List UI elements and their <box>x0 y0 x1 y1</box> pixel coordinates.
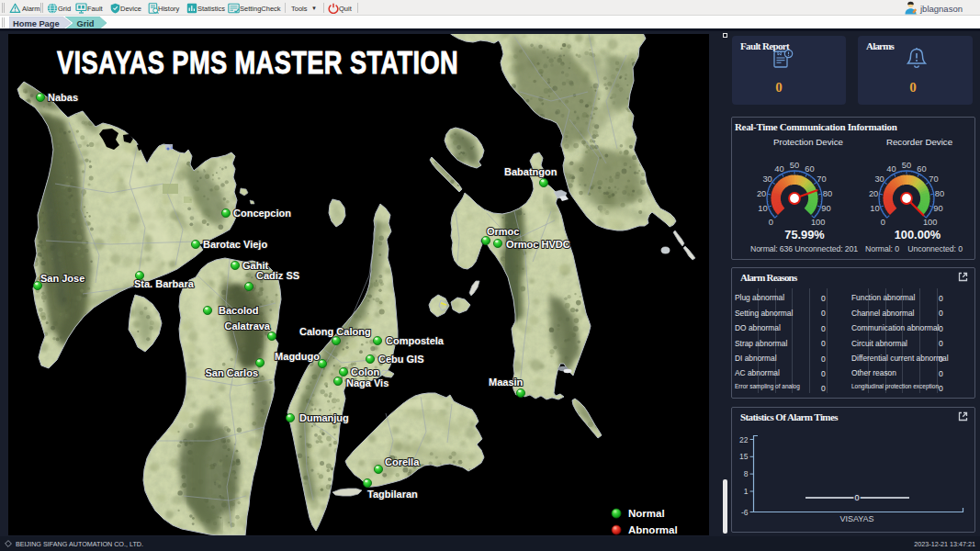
svg-text:Cebu GIS: Cebu GIS <box>378 354 424 365</box>
svg-text:VISAYAS: VISAYAS <box>839 514 873 523</box>
svg-text:60: 60 <box>805 164 814 174</box>
svg-text:50: 50 <box>902 161 911 170</box>
svg-text:San Jose: San Jose <box>40 273 84 284</box>
svg-text:Calong Calong: Calong Calong <box>299 326 371 337</box>
svg-text:Dumanjug: Dumanjug <box>299 412 349 423</box>
svg-text:80: 80 <box>823 189 832 198</box>
svg-text:30: 30 <box>762 174 772 184</box>
svg-text:Colon: Colon <box>351 366 379 377</box>
svg-text:Ormoc: Ormoc <box>487 226 519 237</box>
svg-text:50: 50 <box>790 161 799 170</box>
svg-text:100: 100 <box>811 218 826 227</box>
svg-text:Corella: Corella <box>385 456 420 467</box>
svg-text:VISAYAS PMS MASTER STATION: VISAYAS PMS MASTER STATION <box>57 45 458 81</box>
svg-text:Normal: Normal <box>628 508 665 519</box>
svg-text:Nabas: Nabas <box>48 92 78 103</box>
svg-text:Compostela: Compostela <box>386 335 445 346</box>
svg-text:Home Page: Home Page <box>13 19 60 28</box>
svg-text:Barotac Viejo: Barotac Viejo <box>203 239 267 250</box>
svg-text:22: 22 <box>739 435 749 444</box>
svg-text:90: 90 <box>821 204 830 213</box>
svg-text:40: 40 <box>774 164 783 174</box>
svg-text:Calatrava: Calatrava <box>224 320 270 332</box>
svg-text:Ormoc HVDC: Ormoc HVDC <box>506 239 570 250</box>
svg-text:8: 8 <box>744 469 749 478</box>
svg-text:Cadiz SS: Cadiz SS <box>256 270 299 281</box>
svg-text:Normal: 636 Unconnected: 201: Normal: 636 Unconnected: 201 <box>750 244 858 253</box>
svg-text:15: 15 <box>739 452 749 461</box>
svg-text:Sta. Barbara: Sta. Barbara <box>134 278 195 289</box>
svg-text:20: 20 <box>757 189 766 198</box>
svg-text:75.99%: 75.99% <box>784 228 825 242</box>
svg-text:100: 100 <box>923 218 938 227</box>
svg-text:Babatngon: Babatngon <box>504 166 558 177</box>
svg-text:Grid: Grid <box>76 19 94 28</box>
svg-text:Tagbilaran: Tagbilaran <box>367 489 418 500</box>
svg-text:100.00%: 100.00% <box>895 228 941 242</box>
svg-text:Protection Device: Protection Device <box>773 137 843 147</box>
svg-text:Maasin: Maasin <box>489 377 524 388</box>
svg-text:20: 20 <box>869 189 878 198</box>
svg-text:40: 40 <box>886 164 896 174</box>
svg-text:Magdugo: Magdugo <box>275 351 320 362</box>
svg-text:70: 70 <box>817 174 826 184</box>
svg-text:90: 90 <box>933 204 942 213</box>
svg-text:Naga Vis: Naga Vis <box>346 377 389 388</box>
svg-text:San Carlos: San Carlos <box>206 367 258 378</box>
svg-text:Bacolod: Bacolod <box>219 305 258 316</box>
svg-text:Abnormal: Abnormal <box>628 524 678 535</box>
svg-text:Recorder Device: Recorder Device <box>886 137 952 147</box>
svg-text:Normal: 0 Unconnected: 0: Normal: 0 Unconnected: 0 <box>865 244 963 253</box>
svg-text:80: 80 <box>935 189 944 198</box>
svg-text:60: 60 <box>917 164 926 174</box>
svg-text:10: 10 <box>758 204 767 213</box>
svg-text:0: 0 <box>769 218 773 227</box>
svg-text:0: 0 <box>854 493 859 502</box>
svg-text:-6: -6 <box>741 508 749 517</box>
svg-text:1: 1 <box>744 487 749 496</box>
svg-text:30: 30 <box>874 174 884 184</box>
svg-text:Concepcion: Concepcion <box>233 208 291 219</box>
svg-text:10: 10 <box>870 204 879 213</box>
svg-text:70: 70 <box>929 174 938 184</box>
svg-text:0: 0 <box>881 218 885 227</box>
